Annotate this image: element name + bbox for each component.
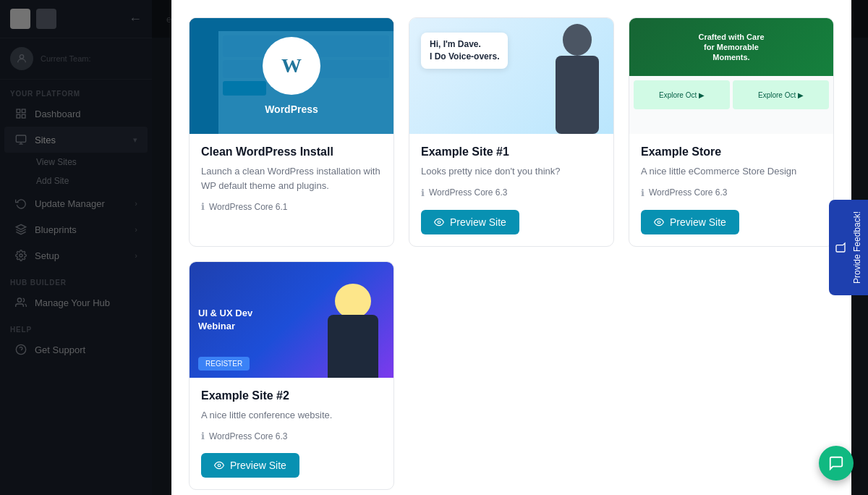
thumbnail-store: Crafted with Carefor MemorableMoments. E…	[629, 18, 833, 134]
card-meta-example-1: ℹ WordPress Core 6.3	[421, 187, 602, 198]
preview-btn-label-2: Preview Site	[230, 460, 286, 471]
preview-site-btn-store[interactable]: Preview Site	[641, 210, 739, 234]
card-meta-text-wordpress: WordPress Core 6.1	[209, 202, 288, 212]
site-card-example-1: Hi, I'm Dave.I Do Voice-overs. Example S…	[409, 17, 614, 247]
conference-person	[324, 284, 382, 378]
eye-icon-2	[654, 217, 664, 227]
thumbnail-wordpress: W WordPress	[190, 18, 393, 134]
feedback-label: Provide Feedback!	[852, 211, 862, 284]
eye-icon	[434, 217, 444, 227]
card-meta-text-example-2: WordPress Core 6.3	[209, 431, 288, 441]
thumbnail-voiceover: Hi, I'm Dave.I Do Voice-overs.	[409, 18, 613, 134]
preview-site-btn-1[interactable]: Preview Site	[421, 210, 519, 234]
site-selection-modal: W WordPress Clean WordPress Install Laun…	[171, 0, 851, 495]
chat-icon	[828, 455, 844, 471]
eye-icon-3	[214, 460, 224, 470]
info-icon: ℹ	[201, 201, 205, 212]
card-desc-example-1: Looks pretty nice don't you think?	[421, 164, 602, 179]
card-body-store: Example Store A nice little eCommerce St…	[629, 134, 833, 246]
card-meta-text-store: WordPress Core 6.3	[649, 187, 728, 198]
store-product-grid: Explore Oct ▶ Explore Oct ▶	[629, 76, 833, 134]
card-desc-wordpress: Launch a clean WordPress installation wi…	[201, 164, 382, 192]
svg-point-16	[658, 221, 660, 224]
card-desc-example-2: A nice little conference website.	[201, 408, 382, 423]
card-title-example-2: Example Site #2	[201, 389, 382, 402]
preview-site-btn-2[interactable]: Preview Site	[201, 453, 299, 478]
register-btn-mockup: REGISTER	[198, 357, 250, 371]
feedback-icon	[835, 242, 846, 253]
card-body-example-2: Example Site #2 A nice little conference…	[190, 378, 393, 490]
preview-btn-label-store: Preview Site	[670, 216, 726, 228]
feedback-widget[interactable]: Provide Feedback!	[829, 200, 868, 295]
preview-btn-label-1: Preview Site	[450, 216, 506, 228]
card-body-wordpress: Clean WordPress Install Launch a clean W…	[190, 134, 393, 246]
site-card-example-store: Crafted with Carefor MemorableMoments. E…	[629, 17, 834, 247]
svg-rect-14	[556, 56, 599, 134]
card-meta-text-example-1: WordPress Core 6.3	[429, 187, 508, 198]
card-desc-store: A nice little eCommerce Store Design	[641, 164, 822, 179]
svg-point-17	[218, 464, 221, 467]
conference-text: UI & UX DevWebinar	[198, 306, 252, 332]
site-card-clean-wordpress: W WordPress Clean WordPress Install Laun…	[189, 17, 394, 247]
card-title-wordpress: Clean WordPress Install	[201, 145, 382, 158]
card-meta-wordpress: ℹ WordPress Core 6.1	[201, 201, 382, 212]
svg-point-15	[438, 221, 441, 224]
info-icon-4: ℹ	[201, 431, 205, 441]
card-meta-store: ℹ WordPress Core 6.3	[641, 187, 822, 198]
site-cards-grid: W WordPress Clean WordPress Install Laun…	[189, 17, 834, 490]
chat-widget[interactable]	[819, 446, 854, 481]
info-icon-3: ℹ	[641, 187, 644, 198]
card-body-example-1: Example Site #1 Looks pretty nice don't …	[409, 134, 613, 246]
thumbnail-conference: UI & UX DevWebinar REGISTER	[190, 262, 393, 378]
card-title-store: Example Store	[641, 145, 822, 158]
card-meta-example-2: ℹ WordPress Core 6.3	[201, 431, 382, 441]
card-title-example-1: Example Site #1	[421, 145, 602, 158]
info-icon-2: ℹ	[421, 187, 425, 198]
voiceover-bubble: Hi, I'm Dave.I Do Voice-overs.	[421, 33, 508, 69]
site-card-example-2: UI & UX DevWebinar REGISTER Example Site…	[189, 261, 394, 491]
svg-point-13	[563, 24, 592, 56]
store-header: Crafted with Carefor MemorableMoments.	[629, 18, 833, 76]
voiceover-person	[541, 18, 606, 134]
